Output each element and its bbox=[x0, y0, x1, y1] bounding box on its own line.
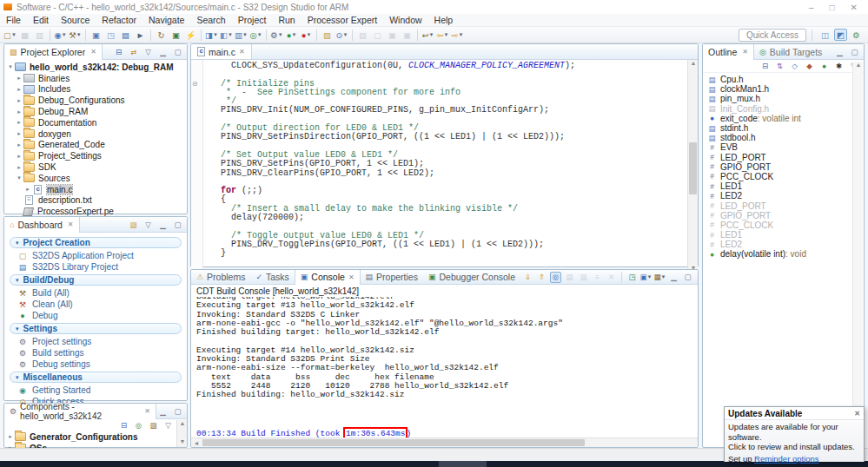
last-edit-location-icon[interactable]: ↩▼ bbox=[421, 29, 434, 41]
open-new-console-view-icon[interactable]: ◳ bbox=[626, 272, 638, 283]
dashboard-link-s32ds-application-project[interactable]: ▢S32DS Application Project bbox=[10, 250, 182, 261]
dropdown-arrow-icon[interactable]: ▼ bbox=[257, 32, 262, 37]
maximize-view-icon[interactable]: ▢ bbox=[849, 47, 860, 57]
maximize-button[interactable]: □ bbox=[830, 3, 835, 12]
view-menu-icon[interactable]: ▽ bbox=[142, 47, 154, 57]
outline-item-pcc-clock[interactable]: #PCC_CLOCK bbox=[706, 220, 864, 230]
outline-item-pcc-clock[interactable]: #PCC_CLOCK bbox=[706, 172, 864, 181]
tab-debugger-console[interactable]: ▣Debugger Console bbox=[423, 270, 520, 285]
refresh-icon[interactable]: ↻ bbox=[155, 29, 168, 41]
search-icon[interactable]: ⊙▼ bbox=[335, 29, 348, 41]
outline-item-led2[interactable]: #LED2 bbox=[706, 191, 864, 201]
component-item-generator-configurations[interactable]: ▸Generator_Configurations bbox=[6, 431, 187, 443]
dashboard-link-build-settings[interactable]: ⚙Build settings bbox=[10, 347, 182, 358]
outline-item-led-port[interactable]: #LED_PORT bbox=[706, 201, 864, 210]
outline-item-led1[interactable]: #LED1 bbox=[706, 230, 864, 240]
menu-navigate[interactable]: Navigate bbox=[142, 14, 190, 26]
outline-item-init-config-h[interactable]: ▤Init_Config.h bbox=[706, 104, 864, 114]
console-hscrollbar[interactable]: ◄ bbox=[191, 437, 698, 447]
tab-project-explorer[interactable]: ▨ Project Explorer ✕ bbox=[4, 44, 103, 60]
outline-item-cpu-h[interactable]: ▤Cpu.h bbox=[706, 75, 864, 84]
code-editor[interactable]: CLOCK_SYS_UpdateConfiguration(0U, CLOCK_… bbox=[203, 60, 698, 273]
chevron-right-icon[interactable]: ▸ bbox=[15, 141, 23, 148]
dropdown-arrow-icon[interactable]: ▼ bbox=[444, 32, 449, 37]
minimize-view-icon[interactable]: ▁ bbox=[834, 47, 845, 57]
outline-item-led2[interactable]: #LED2 bbox=[706, 240, 864, 249]
outline-scrollbar[interactable]: ▲ ▼ bbox=[852, 62, 863, 445]
reminder-options-link[interactable]: Reminder options bbox=[754, 454, 818, 464]
close-icon[interactable]: ✕ bbox=[144, 407, 150, 415]
tree-item-debug-configurations[interactable]: ▸Debug_Configurations bbox=[6, 95, 187, 106]
dashboard-link-clean-all-[interactable]: ⚒Clean (All) bbox=[10, 299, 182, 310]
terminal-icon[interactable]: ▣ bbox=[169, 29, 182, 41]
tree-item-main-c[interactable]: ▸main.c bbox=[6, 184, 187, 195]
dropdown-arrow-icon[interactable]: ▼ bbox=[62, 32, 67, 37]
tree-item-sdk[interactable]: ▸SDK bbox=[6, 161, 187, 173]
tab-console[interactable]: ▣Console✕ bbox=[295, 270, 361, 285]
peripheral-registers-icon[interactable]: ◧▼ bbox=[220, 29, 233, 41]
popup-close-icon[interactable]: ✕ bbox=[854, 410, 860, 418]
maximize-view-icon[interactable]: ▢ bbox=[172, 47, 183, 57]
back-icon[interactable]: ⇦▼ bbox=[436, 29, 449, 41]
dashboard-section-miscellaneous[interactable]: ▾Miscellaneous bbox=[10, 372, 182, 383]
collapse-all-icon[interactable]: ⊟ bbox=[113, 47, 124, 57]
collapse-all-icon[interactable]: ⊟ bbox=[118, 420, 129, 431]
menu-search[interactable]: Search bbox=[190, 14, 231, 26]
pin-console-icon[interactable]: ◎ bbox=[550, 272, 561, 283]
console-output[interactable]: Building target: hello_world_s32k142.elf… bbox=[191, 297, 698, 420]
dashboard-section-project-creation[interactable]: ▾Project Creation bbox=[10, 237, 182, 248]
outline-item-evb[interactable]: #EVB bbox=[706, 142, 864, 152]
popup-text-line2[interactable]: Click to review and install updates. bbox=[728, 442, 860, 452]
maximize-view-icon[interactable]: ▢ bbox=[172, 406, 183, 417]
run-icon[interactable]: ●▼ bbox=[285, 29, 298, 41]
hide-includes-icon[interactable]: ◆ bbox=[804, 61, 815, 71]
tree-item-project-settings[interactable]: ▸Project_Settings bbox=[6, 150, 187, 161]
open-perspective-icon[interactable]: ◫ bbox=[818, 29, 832, 41]
new-configuration-icon[interactable]: ▥▼ bbox=[235, 29, 248, 41]
menu-window[interactable]: Window bbox=[383, 14, 427, 26]
open-element-icon[interactable]: ◳ bbox=[104, 29, 117, 41]
chevron-right-icon[interactable]: ▸ bbox=[15, 153, 23, 160]
dashboard-section-settings[interactable]: ▾Settings bbox=[10, 323, 182, 334]
close-icon[interactable]: ✕ bbox=[239, 48, 245, 56]
dropdown-arrow-icon[interactable]: ▼ bbox=[647, 274, 653, 280]
tree-item-generated-code[interactable]: ▸Generated_Code bbox=[6, 140, 187, 151]
chevron-right-icon[interactable]: ▸ bbox=[15, 97, 23, 104]
scroll-left-icon[interactable]: ◄ bbox=[191, 438, 202, 448]
debug-perspective-icon[interactable]: ⚙ bbox=[850, 29, 863, 41]
new-icon[interactable]: ▢▼ bbox=[3, 29, 17, 41]
tree-item-hello-world-s32k142-debug-ram[interactable]: ▾hello_world_s32k142: Debug_RAM bbox=[6, 62, 187, 73]
menu-edit[interactable]: Edit bbox=[27, 14, 55, 26]
dropdown-arrow-icon[interactable]: ▼ bbox=[242, 32, 248, 37]
scroll-up-icon[interactable]: ▲ bbox=[177, 420, 188, 429]
tab-dashboard[interactable]: ⌂ Dashboard ✕ bbox=[4, 217, 80, 233]
menu-source[interactable]: Source bbox=[55, 14, 96, 26]
chevron-right-icon[interactable]: ▸ bbox=[15, 75, 23, 82]
minimize-view-icon[interactable]: ▁ bbox=[668, 272, 679, 283]
display-selected-console-icon[interactable]: ▣▼ bbox=[640, 272, 652, 283]
profile-icon[interactable]: ●▼ bbox=[300, 29, 313, 41]
filter-components-icon[interactable]: ▨ bbox=[148, 420, 159, 431]
outline-item-gpio-port[interactable]: #GPIO_PORT bbox=[706, 162, 864, 172]
outline-item-led-port[interactable]: #LED_PORT bbox=[706, 153, 864, 162]
close-icon[interactable]: ✕ bbox=[348, 273, 354, 281]
show-stderr-changes-icon[interactable]: ⇑ bbox=[536, 272, 547, 283]
outline-item-gpio-port[interactable]: #GPIO_PORT bbox=[706, 211, 864, 220]
tree-item-includes[interactable]: ▸Includes bbox=[6, 84, 187, 95]
chevron-right-icon[interactable]: ▸ bbox=[15, 86, 23, 93]
tab-build-targets[interactable]: ◎Build Targets bbox=[754, 44, 827, 60]
chevron-down-icon[interactable]: ▾ bbox=[6, 63, 15, 70]
scroll-up-icon[interactable]: ▲ bbox=[853, 62, 864, 70]
hide-inactive-icon[interactable]: ◇ bbox=[789, 61, 800, 71]
dashboard-link-build-all-[interactable]: ⚒Build (All) bbox=[10, 287, 182, 299]
close-icon[interactable]: ✕ bbox=[742, 48, 748, 56]
dashboard-link-s32ds-library-project[interactable]: ▤S32DS Library Project bbox=[10, 261, 182, 273]
build-all-icon[interactable]: ◉▼ bbox=[54, 29, 67, 41]
outline-item-exit-code[interactable]: ●exit_code : volatile int bbox=[706, 114, 864, 123]
outline-item-stdbool-h[interactable]: ▤stdbool.h bbox=[706, 133, 864, 142]
dashboard-link-debug-settings[interactable]: ⚙Debug settings bbox=[10, 358, 182, 370]
tab-main-c[interactable]: main.c ✕ bbox=[191, 44, 252, 59]
tree-item-binaries[interactable]: ▸Binaries bbox=[6, 73, 187, 84]
open-console-icon[interactable]: ▦▼ bbox=[654, 272, 666, 283]
new-c-project-icon[interactable]: ▣ bbox=[89, 29, 103, 41]
